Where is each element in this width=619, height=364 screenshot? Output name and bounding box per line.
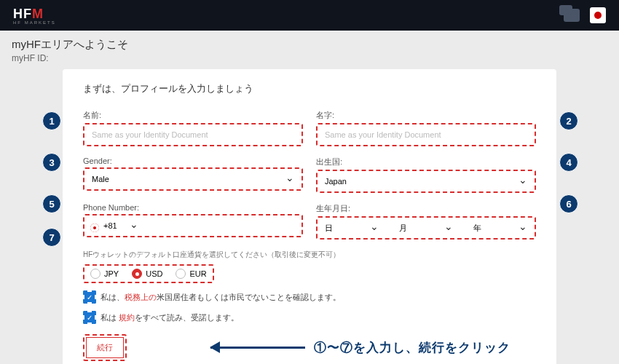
logo: HFM HF MARKETS	[13, 7, 56, 25]
dob-day[interactable]: 日	[318, 218, 386, 238]
chat-icon[interactable]	[564, 9, 580, 22]
annotation-badge-7: 7	[42, 228, 61, 247]
country-label: 出生国:	[316, 157, 536, 167]
continue-button[interactable]: 続行	[86, 337, 124, 358]
currency-radio-group: JPY USD EUR	[90, 269, 207, 279]
annotation-instruction: ①〜⑦を入力し、続行をクリック	[210, 339, 536, 356]
profile-panel: まずは、プロフィールを入力しましょう 名前: 名字: Gender: Male …	[63, 69, 556, 364]
currency-label: HFウォレットのデフォルト口座通貨を選択してください（取引後に変更不可）	[83, 250, 536, 260]
annotation-badge-6: 6	[559, 194, 578, 213]
annotation-badge-3: 3	[42, 153, 61, 172]
dob-year[interactable]: 年	[466, 218, 535, 238]
welcome-header: myHFエリアへようこそ myHF ID:	[0, 31, 619, 69]
us-resident-check-row: ✓ 私は、税務上の米国居住者もしくは市民でないことを確認します。	[83, 290, 536, 304]
annotation-badge-1: 1	[42, 111, 61, 130]
phone-country-code[interactable]: +81	[84, 215, 146, 236]
us-resident-checkbox[interactable]: ✓	[84, 292, 95, 302]
dob-label: 生年月日:	[316, 203, 536, 214]
phone-label: Phone Number:	[83, 203, 303, 212]
welcome-title: myHFエリアへようこそ	[12, 38, 607, 52]
language-flag-jp[interactable]	[590, 7, 606, 23]
annotation-badge-2: 2	[559, 111, 578, 130]
lastname-label: 名字:	[316, 110, 536, 121]
firstname-input[interactable]	[84, 124, 301, 145]
topbar: HFM HF MARKETS	[0, 0, 619, 31]
gender-label: Gender:	[83, 157, 303, 165]
country-select[interactable]: Japan	[318, 171, 535, 191]
arrow-icon	[210, 347, 305, 349]
annotation-badge-5: 5	[42, 194, 61, 213]
lastname-input[interactable]	[318, 124, 535, 145]
annotation-badge-4: 4	[559, 153, 578, 172]
dob-month[interactable]: 月	[392, 218, 460, 238]
phone-number-input[interactable]	[150, 215, 301, 236]
firstname-label: 名前:	[83, 110, 303, 121]
currency-usd[interactable]: USD	[132, 269, 162, 279]
myhf-id-label: myHF ID:	[12, 53, 607, 63]
currency-jpy[interactable]: JPY	[90, 269, 119, 279]
terms-check-row: ✓ 私は 規約をすべて読み、受諾します。	[83, 311, 536, 324]
terms-checkbox[interactable]: ✓	[84, 312, 95, 323]
currency-eur[interactable]: EUR	[176, 269, 206, 279]
panel-title: まずは、プロフィールを入力しましょう	[83, 82, 536, 95]
gender-select[interactable]: Male	[84, 169, 301, 189]
